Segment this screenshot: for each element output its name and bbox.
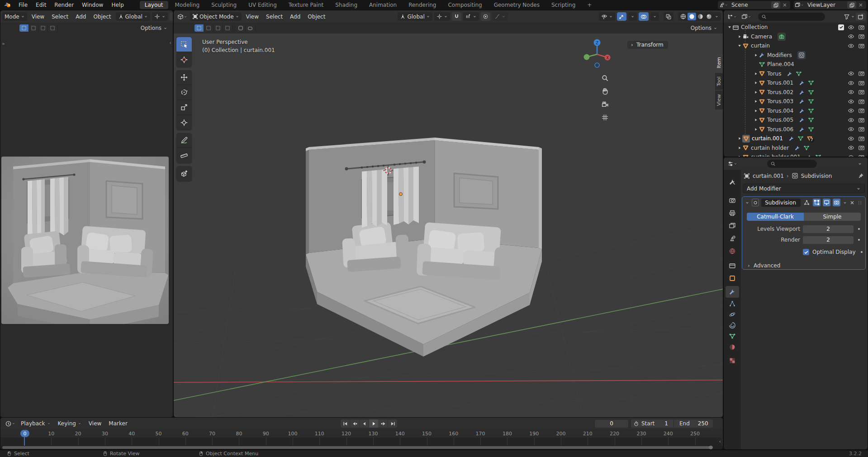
- scene-name[interactable]: Scene: [728, 2, 771, 8]
- mesh-data-badge-icon[interactable]: [808, 126, 814, 133]
- outliner-row-torus-005[interactable]: Torus.005: [724, 115, 868, 125]
- frame-tick-40[interactable]: 40: [128, 431, 135, 437]
- modifier-render-toggle[interactable]: [833, 199, 840, 206]
- outliner-row-camera[interactable]: Camera: [724, 32, 868, 42]
- remove-viewlayer-icon[interactable]: [856, 1, 865, 9]
- editor-type-timeline-icon[interactable]: [3, 420, 17, 427]
- camera-data-badge-icon[interactable]: [778, 33, 786, 41]
- mesh-data-badge-icon[interactable]: [808, 89, 814, 95]
- frame-tick-120[interactable]: 120: [342, 431, 351, 437]
- frame-tick-60[interactable]: 60: [182, 431, 189, 437]
- options-button[interactable]: Options: [688, 25, 720, 31]
- filter-dropdown[interactable]: [851, 14, 855, 19]
- expand-arrow-icon[interactable]: [753, 99, 759, 104]
- workspace-tab-geometry-nodes[interactable]: Geometry Nodes: [489, 1, 545, 9]
- hide-viewport-icon[interactable]: [848, 107, 854, 114]
- wrench-badge-icon[interactable]: [799, 80, 805, 86]
- editor-type-3d-icon[interactable]: [175, 14, 189, 20]
- timeline-menu-keying[interactable]: Keying: [54, 420, 85, 427]
- hide-viewport-icon[interactable]: [848, 80, 854, 86]
- animate-dot[interactable]: [861, 251, 863, 253]
- modifier-realtime-toggle[interactable]: [823, 199, 830, 206]
- outliner-search-input[interactable]: [758, 13, 825, 21]
- modifier-editmode-toggle[interactable]: [813, 199, 821, 206]
- select-mode-invert[interactable]: [223, 24, 232, 32]
- outliner-row-torus-002[interactable]: Torus.002: [724, 88, 868, 97]
- tool-move-button[interactable]: [176, 70, 192, 85]
- next-keyframe-button[interactable]: [379, 419, 388, 428]
- workspace-tab-sculpting[interactable]: Sculpting: [206, 1, 242, 9]
- prev-keyframe-button[interactable]: [350, 419, 359, 428]
- unlink-scene-icon[interactable]: [780, 1, 789, 9]
- gizmos-toggle[interactable]: [617, 12, 626, 21]
- toolbar-expand-icon[interactable]: »: [2, 41, 5, 47]
- playhead[interactable]: 0: [20, 430, 29, 437]
- wrench-badge-icon[interactable]: [799, 108, 805, 114]
- sidebar-tab-item[interactable]: Item: [715, 53, 723, 72]
- animate-dot[interactable]: [858, 239, 860, 241]
- topbar-menu-edit[interactable]: Edit: [32, 1, 50, 9]
- disable-render-icon[interactable]: [858, 70, 865, 77]
- hide-viewport-icon[interactable]: [848, 135, 854, 142]
- wrench-badge-icon[interactable]: [799, 117, 805, 123]
- hide-viewport-icon[interactable]: [848, 154, 854, 157]
- tool-cursor-button[interactable]: [176, 52, 192, 67]
- sidebar-expand-icon[interactable]: ‹: [170, 40, 171, 46]
- pin-icon[interactable]: [858, 173, 864, 179]
- mesh-data-badge-icon[interactable]: [796, 71, 802, 77]
- workspace-tab-scripting[interactable]: Scripting: [546, 1, 580, 9]
- timeline-scrollbar[interactable]: [0, 446, 723, 449]
- tool-settings-extra-2[interactable]: [246, 24, 255, 32]
- properties-tab-collection[interactable]: [726, 260, 739, 271]
- modifier-delete-icon[interactable]: [849, 200, 855, 205]
- scrollbar-thumb[interactable]: [2, 446, 712, 449]
- frame-tick-210[interactable]: 210: [583, 431, 593, 437]
- subsurf-badge-icon[interactable]: [797, 51, 806, 59]
- tool-measure-button[interactable]: [176, 148, 192, 163]
- secondary-viewport[interactable]: Mode ViewSelectAddObject Global Options …: [0, 10, 173, 417]
- blender-logo-icon[interactable]: [4, 2, 12, 8]
- wrench-badge-icon[interactable]: [799, 89, 805, 95]
- mesh-data-badge-icon[interactable]: [808, 117, 814, 123]
- expand-arrow-icon[interactable]: [753, 109, 759, 113]
- snap-toggle[interactable]: [452, 12, 461, 21]
- options-button[interactable]: Options: [138, 25, 170, 31]
- frame-tick-130[interactable]: 130: [368, 431, 378, 437]
- topbar-menu-render[interactable]: Render: [50, 1, 78, 9]
- viewlayer-name[interactable]: ViewLayer: [804, 2, 847, 8]
- workspace-tab-layout[interactable]: Layout: [140, 1, 168, 9]
- topbar-menu-file[interactable]: File: [14, 1, 32, 9]
- hide-viewport-icon[interactable]: [848, 43, 854, 49]
- tool-add-cube-button[interactable]: [176, 166, 192, 181]
- sidebar-tab-tool[interactable]: Tool: [715, 73, 723, 90]
- topbar-menu-help[interactable]: Help: [107, 1, 128, 9]
- viewport-menu-add[interactable]: Add: [72, 14, 90, 20]
- pivot-dropdown[interactable]: [152, 12, 168, 21]
- disable-render-icon[interactable]: [858, 117, 865, 124]
- navigation-gizmo[interactable]: Z X: [583, 39, 612, 69]
- xray-toggle[interactable]: [664, 12, 674, 21]
- select-mode-subtract[interactable]: [213, 24, 223, 32]
- start-value[interactable]: 1: [664, 420, 674, 427]
- frame-tick-30[interactable]: 30: [102, 431, 108, 437]
- collapse-arrow-icon[interactable]: [736, 43, 742, 48]
- frame-tick-250[interactable]: 250: [690, 431, 700, 437]
- frame-tick-100[interactable]: 100: [288, 431, 298, 437]
- expand-arrow-icon[interactable]: [736, 155, 742, 157]
- breadcrumb-object[interactable]: curtain.001: [753, 173, 784, 179]
- disable-render-icon[interactable]: [858, 154, 865, 157]
- viewport-menu-select[interactable]: Select: [262, 14, 286, 20]
- properties-tab-texture[interactable]: [726, 355, 739, 367]
- expand-arrow-icon[interactable]: [753, 71, 759, 76]
- select-mode-set[interactable]: [19, 24, 29, 32]
- modifier-on-cage-toggle[interactable]: [803, 199, 811, 206]
- editor-type-properties-icon[interactable]: [726, 161, 739, 167]
- expand-arrow-icon[interactable]: [736, 146, 742, 150]
- subdivision-type-simple[interactable]: Simple: [804, 213, 861, 221]
- outliner-row-collection[interactable]: Collection: [724, 23, 868, 32]
- modifier-extras-dropdown[interactable]: [843, 200, 847, 205]
- jump-to-end-button[interactable]: [388, 419, 397, 428]
- mesh-data-badge-icon[interactable]: [808, 80, 814, 86]
- camera-view-icon[interactable]: [601, 100, 609, 108]
- wrench-badge-icon[interactable]: [799, 98, 805, 105]
